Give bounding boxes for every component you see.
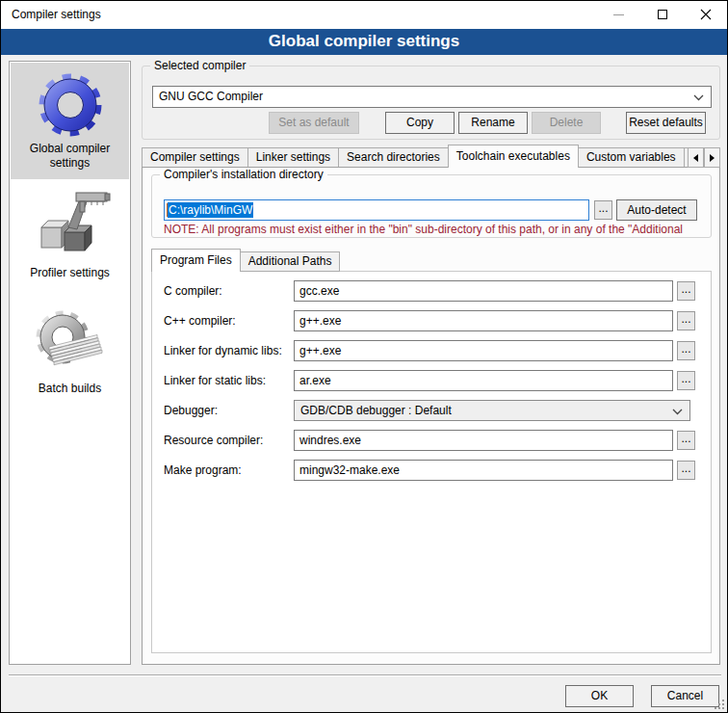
selected-compiler-group: Selected compiler GNU GCC Compiler Set a… — [142, 66, 720, 140]
install-dir-input[interactable]: C:\raylib\MinGW — [164, 199, 589, 221]
maximize-icon — [658, 10, 667, 19]
field-label: Resource compiler: — [164, 430, 263, 451]
autodetect-button[interactable]: Auto-detect — [616, 199, 697, 221]
dynamic-linker-input[interactable]: g++.exe — [294, 340, 673, 361]
field-label: C compiler: — [164, 280, 222, 302]
dynamic-linker-row: Linker for dynamic libs: g++.exe ... — [152, 340, 711, 361]
browse-button[interactable]: ... — [594, 200, 612, 220]
cancel-button[interactable]: Cancel — [651, 685, 719, 707]
ok-button[interactable]: OK — [565, 685, 634, 707]
subtab-program-files[interactable]: Program Files — [151, 249, 241, 272]
combobox-value: GNU GCC Compiler — [159, 87, 263, 107]
field-label: Make program: — [164, 460, 242, 481]
field-label: Linker for dynamic libs: — [164, 340, 282, 361]
right-arrow-icon — [710, 154, 715, 162]
close-icon — [700, 9, 712, 20]
static-linker-input[interactable]: ar.exe — [294, 370, 673, 391]
static-linker-row: Linker for static libs: ar.exe ... — [152, 370, 711, 391]
selected-text: C:\raylib\MinGW — [168, 202, 253, 218]
field-label: C++ compiler: — [164, 310, 236, 331]
subtab-additional-paths[interactable]: Additional Paths — [240, 251, 341, 272]
window-title: Compiler settings — [12, 1, 101, 29]
minimize-icon — [613, 14, 624, 15]
sidebar-item-global-compiler-settings[interactable]: Global compiler settings — [11, 63, 129, 179]
browse-button[interactable]: ... — [677, 311, 695, 330]
maximize-button[interactable] — [640, 1, 684, 28]
sidebar-item-batch-builds[interactable]: Batch builds — [11, 297, 129, 405]
program-files-panel: C compiler: gcc.exe ... C++ compiler: g+… — [151, 271, 712, 653]
make-program-input[interactable]: mingw32-make.exe — [294, 460, 673, 481]
make-program-row: Make program: mingw32-make.exe ... — [152, 460, 711, 481]
resize-grip[interactable] — [715, 700, 724, 709]
c-compiler-input[interactable]: gcc.exe — [294, 280, 673, 302]
left-arrow-icon — [693, 154, 698, 162]
selected-compiler-combobox[interactable]: GNU GCC Compiler — [152, 86, 712, 108]
field-label: Linker for static libs: — [164, 370, 266, 391]
program-tabs-bar: Program Files Additional Paths — [151, 249, 339, 272]
settings-tab-bar: Compiler settings Linker settings Search… — [142, 145, 688, 168]
cpp-compiler-input[interactable]: g++.exe — [294, 310, 673, 331]
copy-button[interactable]: Copy — [385, 112, 455, 134]
sidebar-item-profiler-settings[interactable]: Profiler settings — [11, 185, 129, 285]
browse-button[interactable]: ... — [677, 281, 695, 301]
chevron-down-icon — [672, 409, 683, 415]
browse-button[interactable]: ... — [677, 371, 695, 390]
c-compiler-row: C compiler: gcc.exe ... — [152, 280, 711, 302]
browse-button[interactable]: ... — [677, 431, 695, 450]
toolchain-executables-panel: Compiler's installation directory C:\ray… — [142, 167, 720, 665]
set-as-default-button[interactable]: Set as default — [269, 112, 359, 134]
close-button[interactable] — [684, 1, 727, 28]
note-text: NOTE: All programs must exist either in … — [164, 223, 710, 236]
titlebar: Compiler settings — [1, 1, 727, 29]
tab-custom-variables[interactable]: Custom variables — [578, 147, 685, 168]
chevron-down-icon — [693, 94, 704, 101]
batch-builds-icon — [32, 304, 109, 382]
compiler-settings-dialog: Compiler settings Global compiler settin… — [0, 0, 728, 713]
install-dir-group: Compiler's installation directory C:\ray… — [151, 174, 712, 238]
rename-button[interactable]: Rename — [458, 112, 528, 134]
tab-search-directories[interactable]: Search directories — [338, 147, 449, 168]
resource-compiler-row: Resource compiler: windres.exe ... — [152, 430, 711, 451]
tab-toolchain-executables[interactable]: Toolchain executables — [448, 145, 579, 168]
delete-button[interactable]: Delete — [532, 112, 601, 134]
combobox-value: GDB/CDB debugger : Default — [300, 401, 452, 421]
browse-button[interactable]: ... — [677, 461, 695, 480]
debugger-row: Debugger: GDB/CDB debugger : Default — [152, 400, 711, 421]
sidebar: Global compiler settings Profiler settin… — [9, 61, 131, 665]
footer-divider — [9, 674, 721, 676]
resource-compiler-input[interactable]: windres.exe — [294, 430, 673, 451]
tab-scroll-left-button[interactable] — [688, 147, 704, 168]
sidebar-item-label: Global compiler settings — [11, 142, 129, 171]
tab-linker-settings[interactable]: Linker settings — [247, 147, 339, 168]
sidebar-item-label: Batch builds — [11, 382, 129, 396]
minimize-button[interactable] — [597, 1, 640, 28]
tab-scroll-right-button[interactable] — [704, 147, 720, 168]
field-label: Debugger: — [164, 400, 218, 421]
dialog-header: Global compiler settings — [1, 29, 727, 55]
tab-compiler-settings[interactable]: Compiler settings — [142, 147, 248, 168]
gear-icon — [35, 68, 106, 142]
group-legend: Selected compiler — [150, 59, 249, 73]
reset-defaults-button[interactable]: Reset defaults — [626, 112, 706, 134]
cpp-compiler-row: C++ compiler: g++.exe ... — [152, 310, 711, 331]
caliper-icon — [30, 187, 111, 266]
sidebar-item-label: Profiler settings — [11, 266, 129, 280]
debugger-combobox[interactable]: GDB/CDB debugger : Default — [294, 400, 690, 421]
group-legend: Compiler's installation directory — [160, 168, 327, 182]
browse-button[interactable]: ... — [677, 341, 695, 360]
